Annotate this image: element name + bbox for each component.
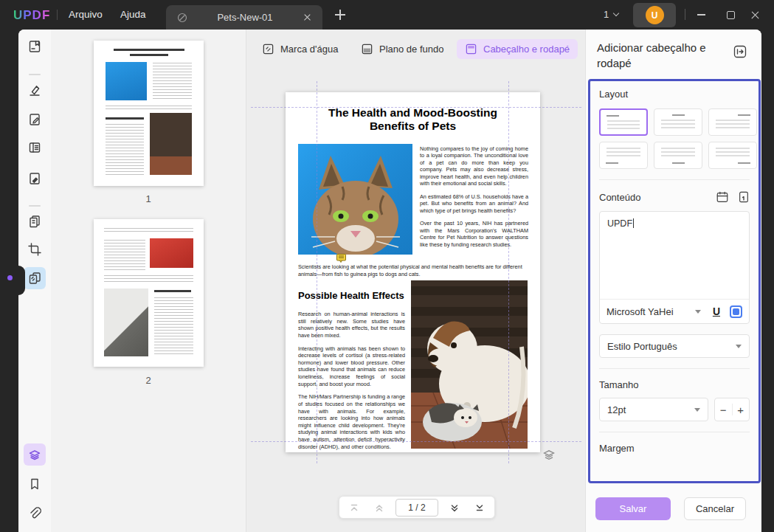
document-title: The Health and Mood-Boosting Benefits of… bbox=[286, 106, 540, 133]
watermark-tool-button[interactable]: Marca d'água bbox=[254, 39, 346, 59]
fill-sign-icon[interactable] bbox=[24, 167, 46, 190]
pdf-page[interactable]: The Health and Mood-Boosting Benefits of… bbox=[286, 92, 540, 452]
new-tab-icon[interactable] bbox=[334, 8, 347, 21]
size-decrease-button[interactable]: − bbox=[715, 398, 732, 421]
annotate-icon[interactable] bbox=[24, 79, 46, 101]
cancel-button[interactable]: Cancelar bbox=[684, 497, 746, 520]
font-family-dropdown[interactable]: Microsoft YaHei bbox=[607, 306, 674, 317]
intro-paragraphs: Nothing compares to the joy of coming ho… bbox=[420, 145, 528, 254]
page-stack-icon[interactable] bbox=[542, 447, 556, 462]
apply-pages-icon[interactable] bbox=[732, 44, 748, 60]
window-count-value: 1 bbox=[604, 9, 609, 20]
crop-icon[interactable] bbox=[24, 238, 46, 260]
organize-icon[interactable] bbox=[24, 137, 46, 159]
chevron-down-icon bbox=[694, 408, 700, 412]
size-label: Tamanho bbox=[599, 379, 750, 390]
header-footer-tool-button[interactable]: Cabeçalho e rodapé bbox=[457, 39, 578, 59]
first-page-button[interactable] bbox=[345, 499, 363, 517]
maximize-button[interactable] bbox=[719, 4, 742, 26]
layout-label: Layout bbox=[599, 89, 750, 100]
titlebar: UPDF Arquivo Ajuda Pets-New-01 1 U bbox=[0, 0, 774, 30]
tab-close-icon[interactable] bbox=[302, 12, 314, 24]
updf-logo: UPDF bbox=[13, 8, 50, 23]
layout-option-top-center[interactable] bbox=[654, 108, 702, 136]
avatar: U bbox=[646, 6, 664, 24]
section-heading: Possible Health Effects bbox=[298, 290, 404, 301]
layout-option-bottom-left[interactable] bbox=[599, 142, 648, 169]
insert-date-icon[interactable] bbox=[716, 190, 729, 204]
save-button[interactable]: Salvar bbox=[595, 497, 671, 520]
header-text-input[interactable]: UPDF bbox=[600, 212, 749, 299]
close-button[interactable] bbox=[744, 4, 766, 26]
previous-page-button[interactable] bbox=[370, 499, 388, 517]
layers-icon[interactable] bbox=[24, 443, 46, 466]
bookmark-icon[interactable] bbox=[24, 473, 46, 495]
attachment-icon[interactable] bbox=[24, 502, 46, 525]
page-thumbnails-panel: 1 2 bbox=[51, 30, 246, 532]
number-style-dropdown[interactable]: Estilo Português bbox=[599, 334, 750, 358]
menu-arquivo[interactable]: Arquivo bbox=[69, 9, 103, 20]
page-navigation-bar: 1 / 2 bbox=[339, 496, 495, 519]
layout-option-bottom-center[interactable] bbox=[654, 142, 702, 169]
size-increase-button[interactable]: + bbox=[733, 398, 750, 421]
header-footer-label: Cabeçalho e rodapé bbox=[483, 44, 570, 55]
tab-title: Pets-New-01 bbox=[188, 12, 302, 23]
layout-option-bottom-right[interactable] bbox=[708, 142, 757, 169]
header-footer-icon bbox=[465, 43, 477, 55]
page-tools-icon[interactable] bbox=[24, 267, 46, 289]
minimize-button[interactable] bbox=[690, 4, 712, 26]
panel-title: Adicionar cabeçalho e rodapé bbox=[597, 40, 733, 71]
text-cursor bbox=[633, 218, 634, 228]
sidebar-collapse-handle[interactable] bbox=[18, 266, 25, 295]
watermark-icon bbox=[262, 43, 274, 55]
underline-button[interactable]: U bbox=[713, 305, 720, 317]
document-canvas: Marca d'água Plano de fundo Cabeçalho e … bbox=[246, 30, 585, 532]
tab-document-icon bbox=[176, 12, 188, 24]
app-surface: 1 2 Marca d'água Plano de fundo Cabeçalh… bbox=[18, 30, 761, 532]
divider bbox=[685, 9, 685, 20]
menu-ajuda[interactable]: Ajuda bbox=[120, 9, 146, 20]
header-footer-panel: Adicionar cabeçalho e rodapé Layout bbox=[585, 30, 761, 532]
divider bbox=[29, 74, 41, 75]
layout-option-top-right[interactable] bbox=[708, 108, 757, 136]
background-icon bbox=[361, 43, 373, 55]
background-tool-button[interactable]: Plano de fundo bbox=[353, 39, 452, 59]
settings-group: Layout bbox=[588, 79, 761, 483]
cat-photo bbox=[298, 144, 412, 255]
account-button[interactable]: U bbox=[633, 3, 676, 27]
margin-guide-right bbox=[508, 81, 509, 463]
reader-icon[interactable] bbox=[24, 35, 46, 58]
next-page-button[interactable] bbox=[446, 499, 463, 517]
font-size-value: 12pt bbox=[607, 404, 626, 415]
background-label: Plano de fundo bbox=[379, 44, 443, 55]
divider bbox=[57, 10, 58, 20]
margin-guide-left bbox=[317, 81, 317, 463]
font-size-dropdown[interactable]: 12pt bbox=[599, 398, 708, 421]
page-number-input[interactable]: 1 / 2 bbox=[395, 499, 438, 517]
divider bbox=[29, 205, 41, 207]
document-tab[interactable]: Pets-New-01 bbox=[166, 5, 322, 30]
layout-option-top-left[interactable] bbox=[599, 108, 648, 136]
updf-window: { "titlebar": { "logo": "UPDF", "menu_ar… bbox=[0, 0, 774, 532]
number-style-value: Estilo Português bbox=[607, 341, 677, 352]
page-thumbnail-1[interactable] bbox=[94, 41, 204, 186]
chevron-down-icon bbox=[613, 10, 619, 16]
page-thumbnail-2[interactable] bbox=[94, 219, 204, 367]
edit-icon[interactable] bbox=[24, 108, 46, 131]
organize-pages-icon[interactable] bbox=[24, 210, 46, 232]
margin-label: Margem bbox=[599, 443, 750, 454]
effects-paragraphs: Research on human-animal interactions is… bbox=[298, 311, 405, 456]
font-row: Microsoft YaHei U bbox=[600, 299, 749, 323]
last-page-button[interactable] bbox=[471, 499, 488, 517]
font-color-swatch[interactable] bbox=[730, 305, 742, 318]
dog-photo bbox=[411, 280, 528, 449]
page-number-label-1: 1 bbox=[51, 193, 246, 204]
divider bbox=[599, 432, 750, 432]
watermark-label: Marca d'água bbox=[280, 44, 338, 55]
chevron-down-icon[interactable] bbox=[695, 310, 701, 314]
window-count-dropdown[interactable]: 1 bbox=[604, 9, 618, 20]
insert-page-number-icon[interactable] bbox=[738, 190, 750, 204]
comment-annotation-icon[interactable] bbox=[336, 252, 346, 261]
page-number-label-2: 2 bbox=[51, 375, 246, 386]
content-editor: UPDF Microsoft YaHei U bbox=[599, 211, 750, 324]
